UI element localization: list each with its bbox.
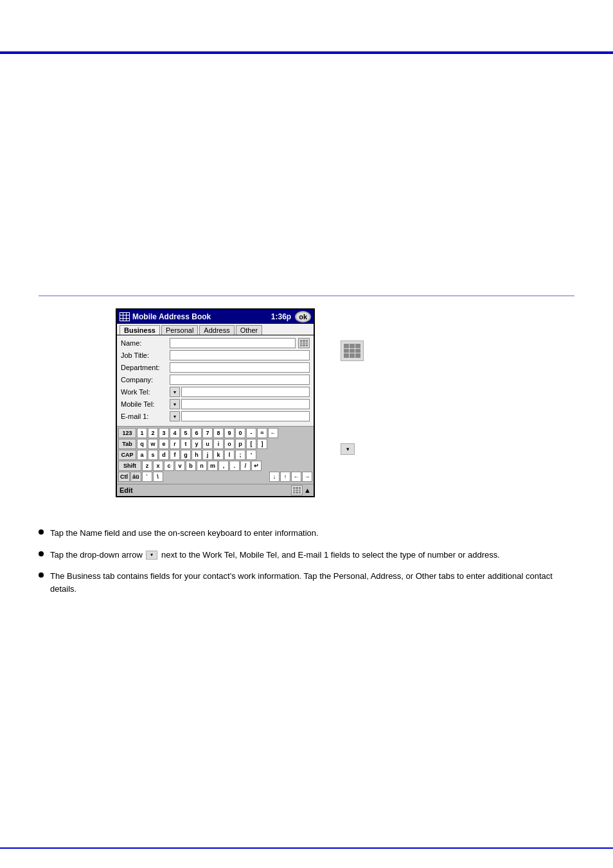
bullet-dot-2 (39, 551, 44, 556)
kb-8[interactable]: 8 (213, 428, 224, 438)
kb-quote[interactable]: ' (246, 450, 256, 460)
field-name: Name: (121, 338, 310, 348)
email1-dropdown[interactable]: ▾ (170, 411, 180, 421)
kb-y[interactable]: y (191, 439, 202, 449)
kb-4[interactable]: 4 (170, 428, 180, 438)
kb-z[interactable]: z (142, 461, 152, 471)
kb-backspace[interactable]: ← (268, 428, 278, 438)
kb-tab[interactable]: Tab (118, 439, 136, 449)
kb-2[interactable]: 2 (148, 428, 158, 438)
bullet-text-3: The Business tab contains fields for you… (50, 570, 574, 595)
titlebar-right: 1:36p ok (271, 311, 311, 323)
input-email1[interactable] (181, 411, 310, 421)
tab-other[interactable]: Other (236, 325, 263, 335)
kb-comma[interactable]: , (218, 461, 229, 471)
kb-0[interactable]: 0 (235, 428, 245, 438)
mobiletel-group: ▾ (170, 399, 310, 409)
kb-3[interactable]: 3 (159, 428, 169, 438)
worktel-dropdown[interactable]: ▾ (170, 387, 180, 397)
kb-ctl[interactable]: Ctl (118, 472, 130, 482)
kb-v[interactable]: v (175, 461, 185, 471)
kb-p[interactable]: p (235, 439, 245, 449)
kb-row-numbers: 123 1 2 3 4 5 6 7 8 9 0 - = ← (118, 428, 312, 438)
kb-h[interactable]: h (191, 450, 202, 460)
kb-left[interactable]: ← (291, 472, 301, 482)
kb-i[interactable]: i (213, 439, 224, 449)
para4 (39, 130, 574, 143)
top-bar (0, 51, 613, 54)
input-mobiletel[interactable] (181, 399, 310, 409)
kb-k[interactable]: k (213, 450, 224, 460)
kb-a[interactable]: a (137, 450, 147, 460)
kb-g[interactable]: g (181, 450, 191, 460)
kb-5[interactable]: 5 (181, 428, 191, 438)
kb-u[interactable]: u (202, 439, 213, 449)
kb-period[interactable]: . (229, 461, 240, 471)
input-jobtitle[interactable] (170, 350, 310, 360)
tab-business[interactable]: Business (120, 325, 160, 335)
kb-up[interactable]: ↑ (280, 472, 290, 482)
inline-dropdown-icon: ▾ (146, 551, 157, 560)
phone-editbar: Edit ▲ (117, 484, 314, 496)
kb-down[interactable]: ↓ (269, 472, 280, 482)
kb-cap[interactable]: CAP (118, 450, 136, 460)
kb-l[interactable]: l (224, 450, 235, 460)
kb-minus[interactable]: - (246, 428, 256, 438)
kb-w[interactable]: w (148, 439, 158, 449)
kb-s[interactable]: s (148, 450, 158, 460)
kb-6[interactable]: 6 (191, 428, 202, 438)
kb-semicolon[interactable]: ; (235, 450, 245, 460)
kb-j[interactable]: j (202, 450, 213, 460)
kb-7[interactable]: 7 (202, 428, 213, 438)
para2 (39, 91, 574, 104)
kb-right[interactable]: → (302, 472, 312, 482)
tab-personal[interactable]: Personal (161, 325, 198, 335)
kb-backtick[interactable]: ` (142, 472, 152, 482)
kb-o[interactable]: o (224, 439, 235, 449)
bullet-1: Tap the Name field and use the on-screen… (39, 527, 574, 540)
phone-form: Name: Job Title: Department: Company: Wo… (117, 335, 314, 426)
kb-shift[interactable]: Shift (118, 461, 141, 471)
ok-button[interactable]: ok (295, 311, 311, 323)
kb-q[interactable]: q (137, 439, 147, 449)
label-name: Name: (121, 339, 167, 347)
field-department: Department: (121, 362, 310, 373)
input-name[interactable] (170, 338, 296, 348)
kb-d[interactable]: d (159, 450, 169, 460)
kb-backslash[interactable]: \ (153, 472, 163, 482)
editbar-grid-icon[interactable] (291, 485, 303, 495)
kb-n[interactable]: n (197, 461, 207, 471)
kb-e[interactable]: e (159, 439, 169, 449)
para1 (39, 71, 574, 84)
edit-label[interactable]: Edit (120, 486, 133, 494)
kb-t[interactable]: t (181, 439, 191, 449)
editbar-arrow[interactable]: ▲ (304, 486, 311, 494)
bullet-3: The Business tab contains fields for you… (39, 570, 574, 595)
kb-1[interactable]: 1 (137, 428, 147, 438)
kb-slash[interactable]: / (240, 461, 251, 471)
input-worktel[interactable] (181, 387, 310, 397)
mobiletel-dropdown[interactable]: ▾ (170, 399, 180, 409)
kb-m[interactable]: m (208, 461, 218, 471)
kb-f[interactable]: f (170, 450, 180, 460)
kb-9[interactable]: 9 (224, 428, 235, 438)
kb-spacebar[interactable] (164, 472, 269, 482)
phone-ui: Mobile Address Book 1:36p ok Business Pe… (116, 308, 315, 497)
section-divider (39, 296, 574, 296)
kb-enter[interactable]: ↵ (251, 461, 262, 471)
kb-bracket-open[interactable]: [ (246, 439, 256, 449)
kb-b[interactable]: b (186, 461, 196, 471)
kb-bracket-close[interactable]: ] (257, 439, 267, 449)
tab-address[interactable]: Address (199, 325, 234, 335)
kb-r[interactable]: r (170, 439, 180, 449)
kb-c[interactable]: c (164, 461, 174, 471)
grid-icon-name[interactable] (298, 338, 310, 348)
input-department[interactable] (170, 362, 310, 373)
kb-x[interactable]: x (153, 461, 163, 471)
phone-titlebar: Mobile Address Book 1:36p ok (117, 310, 314, 324)
titlebar-left: Mobile Address Book (120, 312, 211, 321)
input-company[interactable] (170, 375, 310, 385)
kb-123[interactable]: 123 (118, 428, 136, 438)
kb-equals[interactable]: = (257, 428, 267, 438)
kb-auu[interactable]: áü (130, 472, 141, 482)
